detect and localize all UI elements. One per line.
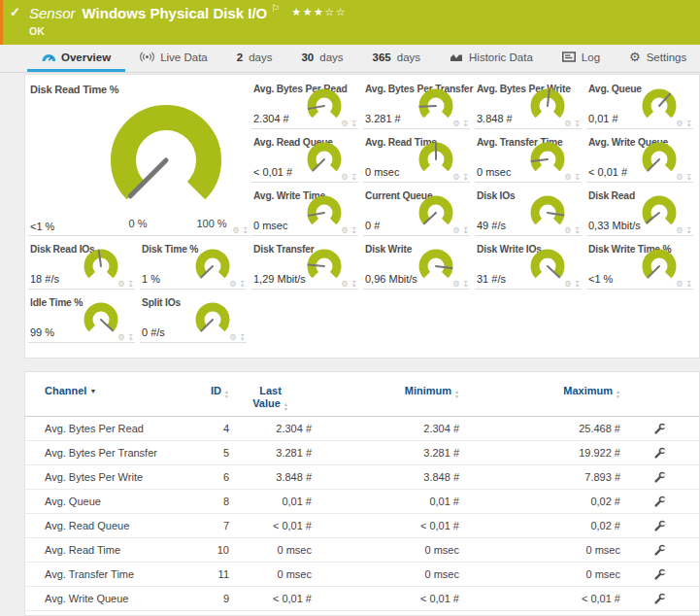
- tab-365-days[interactable]: 365 days: [358, 45, 435, 72]
- wrench-icon[interactable]: [653, 496, 666, 508]
- last-value: 2.304 #: [229, 423, 312, 434]
- gauge-tile[interactable]: Idle Time % 99 % ⚙ ↧: [28, 296, 135, 343]
- gauge-value: 0,33 Mbit/s: [588, 220, 641, 231]
- gauge-tile[interactable]: Avg. Read Queue < 0,01 # ⚙ ↧: [251, 136, 358, 183]
- last-value: 0,01 #: [229, 496, 312, 507]
- gauge-dial: [415, 86, 457, 125]
- pin-icon[interactable]: ↧: [350, 173, 357, 182]
- pin-icon[interactable]: ↧: [574, 280, 581, 289]
- pin-icon[interactable]: ↧: [685, 280, 692, 289]
- pin-icon[interactable]: ↧: [462, 120, 469, 128]
- pin-icon[interactable]: ↧: [685, 120, 692, 128]
- gauge-tile[interactable]: Disk Time % 1 % ⚙ ↧: [140, 243, 247, 290]
- gauge-tile[interactable]: Split IOs 0 #/s ⚙ ↧: [140, 296, 247, 343]
- pin-icon[interactable]: ↧: [127, 333, 134, 342]
- pin-icon[interactable]: ↧: [242, 226, 249, 235]
- tab-2-days[interactable]: 2 days: [222, 45, 287, 72]
- gauge-tile[interactable]: Avg. Bytes Per Write 3.848 # ⚙ ↧: [475, 83, 582, 129]
- gear-icon[interactable]: ⚙: [117, 333, 125, 342]
- minimum-value: 2.304 #: [312, 423, 459, 434]
- gauge-tile[interactable]: Disk IOs 49 #/s ⚙ ↧: [475, 189, 582, 236]
- gauge-tile[interactable]: Disk Transfer 1,29 Mbit/s ⚙ ↧: [251, 243, 358, 290]
- gauge-value: 3.848 #: [477, 113, 513, 124]
- wrench-icon[interactable]: [653, 593, 666, 605]
- column-header-minimum[interactable]: Minimum▲▼: [312, 385, 459, 398]
- tab-overview[interactable]: Overview: [27, 45, 125, 72]
- gear-icon[interactable]: ⚙: [341, 120, 349, 128]
- pin-icon[interactable]: ↧: [350, 120, 357, 128]
- gauge-value: 99 %: [30, 326, 54, 338]
- gear-icon[interactable]: ⚙: [676, 120, 683, 128]
- gear-icon[interactable]: ⚙: [564, 173, 572, 182]
- gauge-tile[interactable]: Avg. Bytes Per Transfer 3.281 # ⚙ ↧: [363, 83, 470, 129]
- wrench-icon[interactable]: [653, 423, 666, 435]
- wrench-icon[interactable]: [653, 520, 666, 532]
- tab-30-days[interactable]: 30 days: [286, 45, 357, 72]
- gear-icon[interactable]: ⚙: [341, 173, 349, 182]
- gauge-tile[interactable]: Avg. Write Time 0 msec ⚙ ↧: [251, 189, 358, 236]
- gauge-tile[interactable]: Avg. Transfer Time 0 msec ⚙ ↧: [475, 136, 582, 183]
- gear-icon[interactable]: ⚙: [564, 226, 572, 235]
- wrench-icon[interactable]: [653, 568, 666, 581]
- primary-gauge-tile[interactable]: Disk Read Time % 0 % 100 % <1 % ⚙ ↧: [28, 83, 250, 236]
- pin-icon[interactable]: ↧: [462, 226, 469, 235]
- gauge-dial: [80, 247, 122, 286]
- gear-icon[interactable]: ⚙: [676, 280, 683, 289]
- pin-icon[interactable]: ↧: [462, 280, 469, 289]
- flag-icon[interactable]: ⚐: [271, 3, 280, 14]
- gear-icon[interactable]: ⚙: [676, 173, 683, 182]
- gauge-tile[interactable]: Avg. Write Queue < 0,01 # ⚙ ↧: [586, 136, 693, 183]
- pin-icon[interactable]: ↧: [462, 173, 469, 182]
- gauge-tile[interactable]: Avg. Bytes Per Read 2.304 # ⚙ ↧: [251, 83, 358, 129]
- gear-icon[interactable]: ⚙: [341, 280, 349, 289]
- gauge-value: 0 msec: [477, 166, 511, 178]
- pin-icon[interactable]: ↧: [239, 280, 246, 289]
- gear-icon[interactable]: ⚙: [452, 226, 460, 235]
- wrench-icon[interactable]: [653, 471, 666, 484]
- gauge-tile[interactable]: Disk Read 0,33 Mbit/s ⚙ ↧: [586, 189, 693, 236]
- column-header-id[interactable]: ID▲▼: [190, 385, 229, 398]
- gauge-tile[interactable]: Current Queue 0 # ⚙ ↧: [363, 189, 470, 236]
- maximum-value: 25.468 #: [459, 423, 620, 434]
- tab-historic-data[interactable]: Historic Data: [435, 45, 548, 72]
- gear-icon[interactable]: ⚙: [676, 226, 683, 235]
- pin-icon[interactable]: ↧: [350, 280, 357, 289]
- gauge-dial: [191, 300, 234, 339]
- maximum-value: 0,02 #: [459, 496, 620, 507]
- column-header-channel[interactable]: Channel▼: [45, 385, 190, 396]
- gear-icon[interactable]: ⚙: [229, 280, 237, 289]
- pin-icon[interactable]: ↧: [239, 333, 246, 342]
- gear-icon[interactable]: ⚙: [564, 280, 572, 289]
- column-header-last-value[interactable]: LastValue▲▼: [229, 385, 312, 411]
- gear-icon[interactable]: ⚙: [452, 280, 460, 289]
- gauge-tile[interactable]: Disk Write IOs 31 #/s ⚙ ↧: [475, 243, 582, 290]
- pin-icon[interactable]: ↧: [350, 226, 357, 235]
- gauge-tile[interactable]: Avg. Queue 0,01 # ⚙ ↧: [586, 83, 693, 129]
- gauge-tile[interactable]: Disk Write Time % <1 % ⚙ ↧: [586, 243, 693, 290]
- pin-icon[interactable]: ↧: [574, 120, 581, 128]
- gear-icon[interactable]: ⚙: [452, 120, 460, 128]
- pin-icon[interactable]: ↧: [574, 226, 581, 235]
- gear-icon[interactable]: ⚙: [229, 333, 237, 342]
- column-header-maximum[interactable]: Maximum▲▼: [459, 385, 620, 398]
- wrench-icon[interactable]: [653, 544, 666, 557]
- maximum-value: 0 msec: [459, 568, 620, 580]
- pin-icon[interactable]: ↧: [685, 173, 692, 182]
- tab-log[interactable]: Log: [548, 45, 615, 72]
- gear-icon[interactable]: ⚙: [232, 226, 240, 235]
- wrench-icon[interactable]: [653, 447, 666, 460]
- tab-settings[interactable]: ⚙ Settings: [615, 45, 700, 72]
- pin-icon[interactable]: ↧: [685, 226, 692, 235]
- gear-icon[interactable]: ⚙: [452, 173, 460, 182]
- gear-icon[interactable]: ⚙: [117, 280, 125, 289]
- gear-icon[interactable]: ⚙: [564, 120, 572, 128]
- table-header-row: Channel▼ ID▲▼ LastValue▲▼ Minimum▲▼ Maxi…: [25, 372, 699, 417]
- pin-icon[interactable]: ↧: [574, 173, 581, 182]
- gauge-tile[interactable]: Avg. Read Time 0 msec ⚙ ↧: [363, 136, 470, 183]
- gauge-tile[interactable]: Disk Read IOs 18 #/s ⚙ ↧: [28, 243, 135, 290]
- gauge-tile[interactable]: Disk Write 0,96 Mbit/s ⚙ ↧: [363, 243, 470, 290]
- gear-icon[interactable]: ⚙: [341, 226, 349, 235]
- pin-icon[interactable]: ↧: [127, 280, 134, 289]
- priority-stars[interactable]: ★★★☆☆: [291, 6, 347, 18]
- tab-live-data[interactable]: Live Data: [125, 45, 222, 72]
